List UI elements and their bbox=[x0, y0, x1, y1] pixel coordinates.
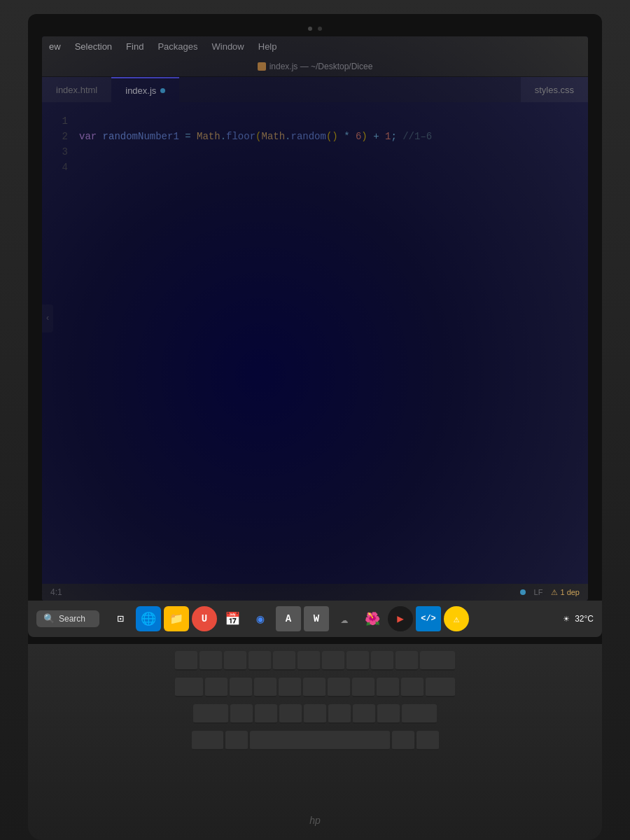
tab-index-js[interactable]: index.js bbox=[111, 77, 179, 102]
token-math2: Math bbox=[261, 131, 285, 142]
key-w[interactable] bbox=[200, 651, 222, 671]
key-x[interactable] bbox=[255, 704, 277, 724]
key-alt[interactable] bbox=[225, 731, 248, 750]
files-icon: 📁 bbox=[169, 612, 183, 626]
key-i[interactable] bbox=[346, 651, 369, 671]
key-d[interactable] bbox=[254, 678, 276, 697]
token-varname: randomNumber1 bbox=[103, 131, 186, 142]
taskbar-search-label: Search bbox=[59, 614, 85, 624]
key-h[interactable] bbox=[328, 678, 350, 697]
taskbar-icon-chrome[interactable]: ◉ bbox=[248, 606, 273, 631]
weather-icon: ☀ bbox=[564, 613, 569, 625]
taskbar-icon-w[interactable]: W bbox=[304, 606, 329, 631]
key-r[interactable] bbox=[248, 651, 271, 671]
key-b[interactable] bbox=[328, 704, 351, 724]
token-floor: floor bbox=[226, 131, 255, 142]
token-dot2: . bbox=[285, 131, 290, 142]
taskbar-search[interactable]: 🔍 Search bbox=[36, 610, 99, 627]
key-s[interactable] bbox=[230, 678, 252, 697]
status-encoding: LF bbox=[534, 588, 543, 596]
key-space[interactable] bbox=[250, 731, 390, 750]
search-icon: 🔍 bbox=[43, 613, 55, 624]
taskbar-icon-cloud[interactable]: ☁ bbox=[332, 606, 357, 631]
u-icon: U bbox=[202, 613, 207, 624]
status-dot bbox=[520, 589, 526, 595]
key-e[interactable] bbox=[224, 651, 246, 671]
norton-icon: ⚠ bbox=[454, 613, 459, 625]
taskbar-icon-calendar[interactable]: 📅 bbox=[220, 606, 245, 631]
taskbar-icon-u[interactable]: U bbox=[192, 606, 217, 631]
taskbar-icon-vscode[interactable]: </> bbox=[416, 606, 441, 631]
taskbar-icon-play[interactable]: ▶ bbox=[388, 606, 413, 631]
key-c[interactable] bbox=[279, 704, 302, 724]
code-area[interactable]: var randomNumber1 = Math . floor ( Math … bbox=[74, 102, 588, 584]
vscode-icon: </> bbox=[421, 614, 436, 624]
key-p[interactable] bbox=[396, 651, 418, 671]
token-paren2: () bbox=[326, 131, 338, 142]
line-numbers: 1 2 3 4 bbox=[42, 102, 74, 584]
title-bar-text: index.js — ~/Desktop/Dicee bbox=[270, 62, 373, 71]
webcam-dot-1 bbox=[308, 27, 312, 31]
taskbar-icon-norton[interactable]: ⚠ bbox=[444, 606, 469, 631]
key-q[interactable] bbox=[175, 651, 197, 671]
key-m[interactable] bbox=[377, 704, 400, 724]
screen-content: ew Selection Find Packages Window Help i… bbox=[42, 36, 588, 601]
menu-item-ew[interactable]: ew bbox=[49, 41, 61, 52]
tab-styles-css[interactable]: styles.css bbox=[521, 77, 588, 102]
key-alt-right[interactable] bbox=[392, 731, 414, 750]
calendar-icon: 📅 bbox=[225, 611, 240, 626]
key-o[interactable] bbox=[371, 651, 393, 671]
key-shift-left[interactable] bbox=[193, 704, 228, 724]
key-backspace[interactable] bbox=[420, 651, 455, 671]
weather-text: 32°C bbox=[575, 614, 594, 624]
taskbar-icon-edge[interactable]: 🌐 bbox=[136, 606, 161, 631]
key-tab[interactable] bbox=[175, 678, 203, 697]
code-line-1 bbox=[79, 113, 588, 129]
key-y[interactable] bbox=[298, 651, 320, 671]
key-n[interactable] bbox=[353, 704, 375, 724]
line-num-3: 3 bbox=[48, 144, 68, 160]
menu-item-window[interactable]: Window bbox=[212, 41, 244, 52]
key-z[interactable] bbox=[230, 704, 253, 724]
taskbar-icons: ⊡ 🌐 📁 U 📅 ◉ A bbox=[108, 606, 469, 631]
screen-bezel: ew Selection Find Packages Window Help i… bbox=[28, 14, 602, 644]
sidebar-collapse-button[interactable]: ‹ bbox=[42, 304, 53, 332]
key-shift-right[interactable] bbox=[402, 704, 437, 724]
token-math1: Math bbox=[197, 131, 220, 142]
key-k[interactable] bbox=[377, 678, 399, 697]
tab-label-css: styles.css bbox=[535, 85, 574, 95]
key-u[interactable] bbox=[322, 651, 344, 671]
key-fn[interactable] bbox=[416, 731, 439, 750]
key-enter[interactable] bbox=[426, 678, 455, 697]
token-eq: = bbox=[185, 131, 197, 142]
menu-item-selection[interactable]: Selection bbox=[75, 41, 112, 52]
token-semi: ; bbox=[391, 131, 402, 142]
taskbar-icon-taskview[interactable]: ⊡ bbox=[108, 606, 133, 631]
key-t[interactable] bbox=[273, 651, 295, 671]
key-ctrl[interactable] bbox=[192, 731, 223, 750]
menu-bar: ew Selection Find Packages Window Help bbox=[42, 36, 588, 56]
menu-item-find[interactable]: Find bbox=[126, 41, 144, 52]
play-icon: ▶ bbox=[397, 612, 404, 626]
tab-label-js: index.js bbox=[125, 85, 156, 96]
key-g[interactable] bbox=[303, 678, 326, 697]
menu-item-help[interactable]: Help bbox=[258, 41, 277, 52]
tab-bar: index.html index.js styles.css bbox=[42, 77, 588, 102]
token-multiply: * bbox=[338, 131, 356, 142]
key-v[interactable] bbox=[304, 704, 326, 724]
w-icon: W bbox=[314, 613, 319, 624]
key-l[interactable] bbox=[401, 678, 424, 697]
key-j[interactable] bbox=[352, 678, 374, 697]
token-random: random bbox=[291, 131, 326, 142]
keyboard-area: hp bbox=[28, 644, 602, 840]
taskbar-icon-files[interactable]: 📁 bbox=[164, 606, 189, 631]
taskbar-icon-hibiscus[interactable]: 🌺 bbox=[360, 606, 385, 631]
key-f[interactable] bbox=[279, 678, 301, 697]
status-position: 4:1 bbox=[50, 587, 62, 597]
taskbar-icon-a[interactable]: A bbox=[276, 606, 301, 631]
tab-modified-dot bbox=[160, 88, 165, 93]
webcam-dot-2 bbox=[318, 27, 322, 31]
tab-index-html[interactable]: index.html bbox=[42, 77, 111, 102]
key-a[interactable] bbox=[205, 678, 227, 697]
menu-item-packages[interactable]: Packages bbox=[158, 41, 197, 52]
